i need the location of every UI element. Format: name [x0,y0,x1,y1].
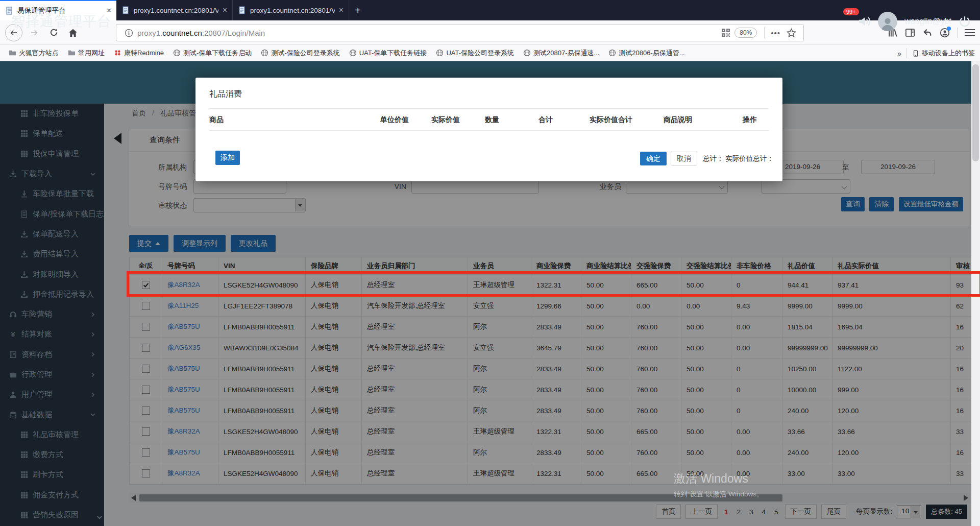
gift-consumption-modal: 礼品消费 商品单位价值实际价值数量合计实际价值合计商品说明操作 添加 确定 取消… [195,78,782,181]
zoom-level-badge[interactable]: 80% [734,28,757,38]
bookmark-item[interactable]: 火狐官方站点 [5,47,62,59]
folder-icon [9,49,16,57]
logout-power-icon[interactable] [959,15,971,28]
username-label: wanglin@ybt [904,17,951,26]
modal-column-header: 商品说明 [664,115,692,125]
speaker-icon[interactable] [857,15,871,28]
browser-tab[interactable]: proxy1.countnet.cn:20801/Vehicl× [116,0,233,20]
cancel-button[interactable]: 取消 [671,152,697,165]
modal-column-header: 商品 [209,115,224,125]
avatar[interactable] [878,12,897,31]
modal-title: 礼品消费 [209,89,242,100]
confirm-button[interactable]: 确定 [640,152,667,165]
bookmarks-right: » 移动设备上的书签 [895,45,977,61]
bookmark-label: 测试20807-易保通速... [533,49,599,58]
bookmark-item[interactable]: 康特Redmine [110,47,167,59]
modal-column-header: 实际价值合计 [590,115,632,125]
add-button[interactable]: 添加 [215,151,240,165]
modal-column-header: 单位价值 [380,115,409,125]
row-highlight-annotation [127,271,980,297]
bookmark-item[interactable]: 测试-保单下载任务启动 [169,47,255,59]
bookmark-label: UAT-保险公司登录系统 [446,49,514,58]
header-user-area: wanglin@ybt [857,0,971,42]
modal-column-header: 操作 [743,115,757,125]
bookmarks-overflow-chevron[interactable]: » [897,49,901,58]
mobile-bookmarks-item[interactable]: 移动设备上的书签 [912,49,975,58]
modal-totals-text: 总计： 实际价值总计： [703,154,774,163]
tab-title: proxy1.countnet.cn:20801/Vehicl [250,7,335,14]
bookmark-star-icon[interactable] [787,28,796,38]
new-tab-button[interactable]: + [349,0,366,20]
globe-icon [523,49,531,57]
mobile-phone-icon [912,50,919,57]
bookmark-item[interactable]: 常用网址 [64,47,108,59]
scrollbar-thumb[interactable] [972,64,979,161]
url-bar[interactable]: proxy1.countnet.cn:20807/Login/Main 80% … [116,24,804,41]
windows-activation-watermark: 激活 Windows 转到“设置”以激活 Windows。 [674,471,764,499]
redmine-icon [114,49,121,57]
tab-title: proxy1.countnet.cn:20801/Vehicl [134,7,218,14]
bookmark-item[interactable]: 测试20806-易保通管... [605,47,688,59]
app-title: 智择通管理平台 [11,12,111,31]
watermark-line1: 激活 Windows [674,471,764,487]
bookmarks-bar: 火狐官方站点常用网址康特Redmine测试-保单下载任务启动测试-保险公司登录系… [0,45,980,61]
bookmark-item[interactable]: 测试-保险公司登录系统 [257,47,343,59]
notification-badge: 99+ [843,8,859,15]
url-text: proxy1.countnet.cn:20807/Login/Main [137,29,721,37]
browser-tab[interactable]: proxy1.countnet.cn:20801/Vehicl× [233,0,349,20]
bookmark-label: 康特Redmine [124,49,164,58]
qr-code-icon[interactable] [721,28,730,37]
divider [209,130,769,131]
bookmark-label: 测试-保险公司登录系统 [271,49,339,58]
watermark-line2: 转到“设置”以激活 Windows。 [674,490,764,499]
divider [906,48,907,58]
modal-column-header: 数量 [485,115,499,125]
bookmark-label: 测试-保单下载任务启动 [183,49,252,58]
globe-icon [173,49,181,57]
tab-close-icon[interactable]: × [223,6,227,15]
favicon-icon [238,6,246,14]
bookmark-label: 火狐官方站点 [19,49,59,58]
bookmark-label: 常用网址 [78,49,105,58]
bookmarks-list: 火狐官方站点常用网址康特Redmine测试-保单下载任务启动测试-保险公司登录系… [5,47,689,59]
site-info-icon[interactable] [125,29,133,37]
modal-column-header: 合计 [538,115,553,125]
bookmark-label: UAT-保单下载任务链接 [359,49,427,58]
globe-icon [261,49,268,57]
bookmark-label: 测试20806-易保通管... [619,49,684,58]
favicon-icon [121,6,130,14]
divider [764,27,765,38]
screen: 易保通管理平台×proxy1.countnet.cn:20801/Vehicl×… [0,0,980,526]
page-actions-icon[interactable]: ••• [771,29,780,37]
globe-icon [608,49,616,57]
globe-icon [436,49,444,57]
bookmark-item[interactable]: UAT-保单下载任务链接 [346,47,431,59]
tab-close-icon[interactable]: × [339,6,344,15]
browser-toolbar: proxy1.countnet.cn:20807/Login/Main 80% … [0,20,980,45]
bookmark-item[interactable]: UAT-保险公司登录系统 [432,47,518,59]
folder-icon [68,49,76,57]
globe-icon [349,49,357,57]
bookmark-item[interactable]: 测试20807-易保通速... [520,47,603,59]
browser-tab-bar: 易保通管理平台×proxy1.countnet.cn:20801/Vehicl×… [0,0,980,20]
modal-column-header: 实际价值 [431,115,460,125]
divider [209,108,769,109]
